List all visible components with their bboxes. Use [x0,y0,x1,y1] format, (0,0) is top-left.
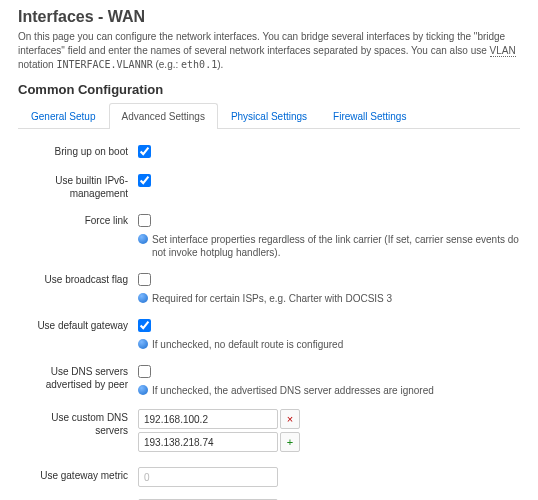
force-link-hint: Set interface properties regardless of t… [152,233,520,259]
section-heading: Common Configuration [18,82,520,97]
page-title: Interfaces - WAN [18,8,520,26]
info-icon [138,385,148,395]
force-link-label: Force link [18,212,138,228]
tab-advanced-settings[interactable]: Advanced Settings [109,103,218,129]
broadcast-label: Use broadcast flag [18,271,138,287]
vlan-abbr: VLAN [490,45,516,57]
tab-physical-settings[interactable]: Physical Settings [218,103,320,129]
broadcast-checkbox[interactable] [138,273,151,286]
gw-metric-input[interactable] [138,467,278,487]
dns-peer-checkbox[interactable] [138,365,151,378]
bring-up-checkbox[interactable] [138,145,151,158]
example-code: eth0.1 [181,59,217,70]
gw-metric-label: Use gateway metric [18,467,138,483]
bring-up-label: Bring up on boot [18,143,138,159]
broadcast-hint: Required for certain ISPs, e.g. Charter … [152,292,392,305]
tab-general-setup[interactable]: General Setup [18,103,109,129]
remove-dns-button[interactable]: × [280,409,300,429]
add-dns-button[interactable]: + [280,432,300,452]
default-gw-checkbox[interactable] [138,319,151,332]
custom-dns-input-0[interactable] [138,409,278,429]
info-icon [138,234,148,244]
default-gw-hint: If unchecked, no default route is config… [152,338,343,351]
custom-dns-label: Use custom DNS servers [18,409,138,437]
info-icon [138,339,148,349]
custom-dns-input-1[interactable] [138,432,278,452]
tab-bar: General Setup Advanced Settings Physical… [18,103,520,129]
ipv6-mgmt-label: Use builtin IPv6-management [18,172,138,200]
tab-firewall-settings[interactable]: Firewall Settings [320,103,419,129]
default-gw-label: Use default gateway [18,317,138,333]
notation-code: INTERFACE.VLANNR [56,59,152,70]
page-description: On this page you can configure the netwo… [18,30,520,72]
force-link-checkbox[interactable] [138,214,151,227]
dns-peer-hint: If unchecked, the advertised DNS server … [152,384,434,397]
ipv6-mgmt-checkbox[interactable] [138,174,151,187]
info-icon [138,293,148,303]
dns-peer-label: Use DNS servers advertised by peer [18,363,138,391]
